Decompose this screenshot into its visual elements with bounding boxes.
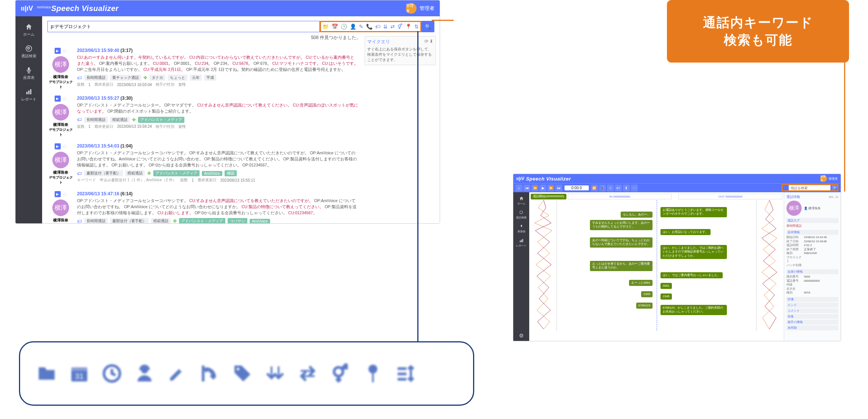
section-title[interactable]: エンド <box>786 303 838 308</box>
sort-icon[interactable]: ⇅ <box>414 24 419 30</box>
tag-keyword[interactable]: タナカ <box>149 75 165 81</box>
tag-keyword[interactable]: ちょっと <box>168 75 187 81</box>
calendar-icon[interactable]: 📅 <box>332 24 338 30</box>
gender-icon[interactable]: ⚥ <box>398 24 403 30</box>
tag-keyword[interactable]: アドバンスト・メディア <box>179 218 225 224</box>
vol-button[interactable]: 🔊 <box>599 185 606 191</box>
sidebar-item-seats[interactable]: 座席表 <box>513 222 529 236</box>
mic-icon <box>519 224 524 229</box>
utterance-bubble-customer[interactable]: 6789123 <box>636 303 653 309</box>
utterance-bubble-operator[interactable]: はい。お世話になっております。 <box>660 229 711 235</box>
star-button[interactable]: ☆ <box>62 191 67 197</box>
forward-button[interactable]: ⏩ <box>547 185 554 191</box>
tag[interactable]: 要チェック通話 <box>110 75 141 81</box>
tag[interactable]: 模範通話 <box>151 218 171 224</box>
star-button[interactable]: ☆ <box>62 96 67 102</box>
tag[interactable]: 書類送付（要手配） <box>110 218 149 224</box>
user-name[interactable]: 管理者 <box>420 5 434 12</box>
arrows-down-icon[interactable]: ⇊ <box>383 24 388 30</box>
play-button[interactable]: ▶ <box>539 185 546 191</box>
star-button[interactable]: ☆ <box>607 185 614 191</box>
result-row[interactable]: ▶☆ 横澤 横澤珠奈 デモプロジェクト 2023/06/13 15:55:27 … <box>47 92 434 140</box>
timestamp[interactable]: 2023/06/13 15:59:40 <box>77 48 119 53</box>
skip-fwd-button[interactable]: ⏭ <box>555 185 562 191</box>
utterance-bubble-customer[interactable]: えーっと0001 <box>629 280 653 286</box>
star-button[interactable]: ☆ <box>62 48 67 54</box>
utterance-bubble-customer[interactable]: えっとはがき来てるから、あのーご案内番号とまた違うのか。 <box>590 261 653 271</box>
result-row[interactable]: ▶☆ 横澤 横澤珠奈 デモプロジェクト 2023/06/13 15:54:03 … <box>47 140 434 187</box>
utterance-bubble-operator[interactable]: 2345 <box>660 293 672 300</box>
tag-icon[interactable]: 🏷 <box>375 24 381 30</box>
sidebar-item-report[interactable]: レポート <box>513 236 529 250</box>
section-title[interactable]: 評価 <box>786 297 838 302</box>
mini-sidebar: ホーム 通話検索 座席表 レポート <box>513 192 529 341</box>
tag[interactable]: 模範通話 <box>125 170 145 176</box>
tag[interactable]: 長時間通話 <box>84 117 108 123</box>
sidebar-item-home[interactable]: ホーム <box>513 194 529 208</box>
tag-keyword[interactable]: AmiVoice <box>202 171 222 176</box>
utterance-bubble-operator[interactable]: はい。かしこまりました。ではご契約お調べいたしますので保険証券番号おっしゃってい… <box>660 245 727 259</box>
phone-icon[interactable]: 📞 <box>366 24 373 30</box>
utterance-bubble-customer[interactable]: 2345 <box>641 291 653 297</box>
section-title[interactable]: 相手の情報 <box>786 320 838 325</box>
sidebar-item-seats[interactable]: 座席表 <box>16 63 42 84</box>
tag[interactable]: 長時間通話 <box>84 75 108 81</box>
folder-icon[interactable]: 📁 <box>322 24 329 30</box>
user-badge[interactable]: 管理者 <box>406 3 417 14</box>
section-title[interactable]: コメント <box>786 308 838 313</box>
loop-button[interactable]: 🔁 <box>591 185 598 191</box>
rewind-button[interactable]: ⏪ <box>531 185 538 191</box>
utterance-search-button[interactable]: 🔍 <box>832 185 838 191</box>
tag[interactable]: 書類送付（要手配） <box>84 170 123 176</box>
myquery-actions[interactable]: ⟳ ⬇ <box>425 39 433 44</box>
home-button[interactable]: ⌂ <box>516 185 522 191</box>
user-badge[interactable]: 管理者 <box>820 175 827 182</box>
timestamp[interactable]: 2023/06/13 15:54:03 <box>77 143 119 149</box>
swap-icon[interactable]: ⇄ <box>390 24 395 30</box>
download-button[interactable]: ⬇ <box>623 185 630 191</box>
tag[interactable]: 長時間通話 <box>84 218 108 224</box>
utterance-bubble-customer[interactable]: もしもし。あのー。 <box>621 212 653 218</box>
tag-keyword[interactable]: アドバンスト・メディア <box>138 117 184 123</box>
utterance-bubble-operator[interactable]: 6789123、かしこまりました。ご契約者様のお名前おっしゃってください。 <box>660 305 727 315</box>
utterance-bubble-customer[interactable]: すみませんちょっとお伺いします。あのーうちの契約してるんですけど。 <box>590 220 653 230</box>
play-button[interactable]: ▶ <box>55 191 61 197</box>
play-button[interactable]: ▶ <box>55 48 61 54</box>
play-button[interactable]: ▶ <box>55 96 61 102</box>
tag[interactable]: 模範通話 <box>110 117 130 123</box>
timestamp[interactable]: 2023/06/13 15:47:16 <box>77 191 119 196</box>
pin-icon[interactable]: 📍 <box>405 24 412 30</box>
section-title[interactable]: 前後 <box>786 314 838 319</box>
sidebar-item-search[interactable]: 通話検索 <box>16 41 42 63</box>
utterance-bubble-operator[interactable]: お電話ありがとうございます。保険コールセンターのタナカでございます。 <box>660 207 727 217</box>
more-button[interactable]: ⋯ <box>631 185 638 191</box>
agent-icon[interactable]: 👤 <box>350 24 356 30</box>
edit-icon[interactable]: ✎ <box>359 24 363 30</box>
skip-back-button[interactable]: ⏮ <box>524 185 530 191</box>
tag-keyword[interactable]: AmiVoice <box>250 219 270 224</box>
sidebar-item-report[interactable]: レポート <box>16 84 42 106</box>
tag-keyword[interactable]: アドバンスト・メディア <box>153 170 200 176</box>
info-kv: 表示名 <box>786 287 838 291</box>
result-row[interactable]: ▶☆ 横澤 横澤珠奈 デモプロジェクト 2023/06/13 15:47:16 … <box>47 187 434 224</box>
sidebar-item-search[interactable]: 通話検索 <box>513 208 529 222</box>
callout-line1: 通話内キーワード <box>703 14 813 31</box>
clock-icon[interactable]: 🕒 <box>341 24 347 30</box>
utterance-bubble-operator[interactable]: はい。ではご案内番号おっしゃいました。 <box>660 272 723 278</box>
play-button[interactable]: ▶ <box>55 143 61 149</box>
settings-button[interactable]: ⚙ <box>513 330 529 341</box>
tag-keyword[interactable]: コバヤシ <box>228 218 247 224</box>
search-button[interactable]: 🔍 <box>421 21 434 32</box>
utterance-bubble-operator[interactable]: 0001 <box>660 283 672 289</box>
tag-button[interactable]: 🏷 <box>615 185 622 191</box>
utterance-bubble-customer[interactable]: あのー内容についてですね、ちょっとわからないんで教えていただきたいんですが。 <box>590 237 653 248</box>
sidebar-item-home[interactable]: ホーム <box>16 19 42 41</box>
tag-keyword[interactable]: 確認 <box>225 170 237 176</box>
search-input[interactable] <box>47 21 320 32</box>
timestamp[interactable]: 2023/06/13 15:55:27 <box>77 96 119 101</box>
tag-keyword[interactable]: 平成 <box>204 75 216 81</box>
section-title[interactable]: 未同期 <box>786 325 838 330</box>
star-button[interactable]: ☆ <box>62 143 67 149</box>
utterance-search-input[interactable] <box>789 185 830 191</box>
tag-keyword[interactable]: 元年 <box>190 75 202 81</box>
